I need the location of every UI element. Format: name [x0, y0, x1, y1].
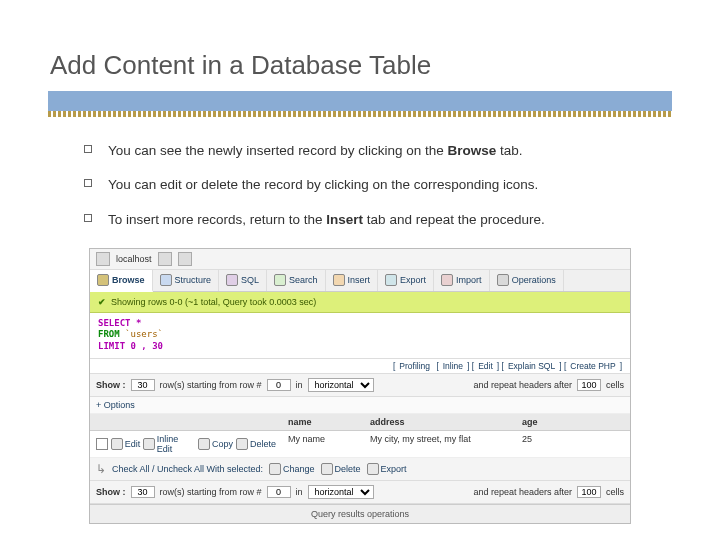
import-icon	[441, 274, 453, 286]
export-icon	[367, 463, 379, 475]
bulk-export[interactable]: Export	[367, 463, 407, 475]
rows-count-input[interactable]	[131, 486, 155, 498]
repeat-text: and repeat headers after	[473, 380, 572, 390]
insert-icon	[333, 274, 345, 286]
show-controls: Show : row(s) starting from row # in hor…	[90, 374, 630, 397]
pencil-icon	[111, 438, 123, 450]
start-row-input[interactable]	[267, 486, 291, 498]
status-text: Showing rows 0-0 (~1 total, Query took 0…	[111, 297, 316, 307]
bullet-item: To insert more records, return to the In…	[84, 210, 672, 230]
rows-count-input[interactable]	[131, 379, 155, 391]
link-profiling[interactable]: Profiling	[399, 361, 430, 371]
cell-name: My name	[282, 431, 364, 457]
link-edit[interactable]: Edit	[478, 361, 493, 371]
slide-title: Add Content in a Database Table	[50, 50, 672, 81]
bullet-list: You can see the newly inserted record by…	[48, 141, 672, 230]
tab-search[interactable]: Search	[267, 270, 326, 291]
table-row: Edit Inline Edit Copy Delete My name My …	[90, 431, 630, 458]
tab-insert[interactable]: Insert	[326, 270, 379, 291]
browse-icon	[97, 274, 109, 286]
repeat-headers-input[interactable]	[577, 379, 601, 391]
bullet-item: You can edit or delete the record by cli…	[84, 175, 672, 195]
link-php[interactable]: Create PHP	[570, 361, 615, 371]
table-icon	[178, 252, 192, 266]
row-delete[interactable]: Delete	[236, 438, 276, 450]
tab-sql[interactable]: SQL	[219, 270, 267, 291]
accent-bar	[48, 91, 672, 111]
show-controls-bottom: Show : row(s) starting from row # in hor…	[90, 481, 630, 504]
database-icon	[158, 252, 172, 266]
row-edit[interactable]: Edit	[111, 438, 141, 450]
link-inline[interactable]: Inline	[443, 361, 463, 371]
sql-action-links: [Profiling [Inline] [Edit] [Explain SQL]…	[90, 359, 630, 374]
tab-browse[interactable]: Browse	[90, 270, 153, 292]
delete-icon	[321, 463, 333, 475]
export-icon	[385, 274, 397, 286]
breadcrumb: localhost	[90, 249, 630, 270]
pencil-icon	[143, 438, 155, 450]
copy-icon	[198, 438, 210, 450]
query-results-footer: Query results operations	[90, 504, 630, 523]
show-label: Show :	[96, 380, 126, 390]
bulk-delete[interactable]: Delete	[321, 463, 361, 475]
mode-select[interactable]: horizontal	[308, 485, 374, 499]
options-toggle[interactable]: + Options	[90, 397, 630, 414]
tab-bar: Browse Structure SQL Search Insert Expor…	[90, 270, 630, 292]
server-icon	[96, 252, 110, 266]
divider-bars	[48, 91, 672, 117]
slide: Add Content in a Database Table You can …	[0, 0, 720, 540]
tab-structure[interactable]: Structure	[153, 270, 220, 291]
check-icon: ✔	[98, 297, 106, 307]
tab-import[interactable]: Import	[434, 270, 490, 291]
check-all-link[interactable]: Check All / Uncheck All With selected:	[112, 464, 263, 474]
cell-address: My city, my street, my flat	[364, 431, 516, 457]
sql-query: SELECT * FROM `users` LIMIT 0 , 30	[90, 313, 630, 359]
mode-select[interactable]: horizontal	[308, 378, 374, 392]
delete-icon	[236, 438, 248, 450]
rows-text: row(s) starting from row #	[160, 380, 262, 390]
tab-export[interactable]: Export	[378, 270, 434, 291]
col-age[interactable]: age	[516, 414, 568, 430]
breadcrumb-host: localhost	[116, 254, 152, 264]
col-actions	[90, 414, 282, 430]
phpmyadmin-screenshot: localhost Browse Structure SQL Search In…	[89, 248, 631, 524]
pencil-icon	[269, 463, 281, 475]
link-explain[interactable]: Explain SQL	[508, 361, 555, 371]
repeat-headers-input[interactable]	[577, 486, 601, 498]
tab-operations[interactable]: Operations	[490, 270, 564, 291]
bullet-item: You can see the newly inserted record by…	[84, 141, 672, 161]
cell-age: 25	[516, 431, 568, 457]
col-address[interactable]: address	[364, 414, 516, 430]
arrow-up-icon: ↳	[96, 462, 106, 476]
structure-icon	[160, 274, 172, 286]
row-inline-edit[interactable]: Inline Edit	[143, 434, 195, 454]
cells-text: cells	[606, 380, 624, 390]
row-checkbox[interactable]	[96, 438, 108, 450]
show-label: Show :	[96, 487, 126, 497]
sql-icon	[226, 274, 238, 286]
search-icon	[274, 274, 286, 286]
row-copy[interactable]: Copy	[198, 438, 233, 450]
check-all-row: ↳ Check All / Uncheck All With selected:…	[90, 458, 630, 481]
dotted-bar	[48, 111, 672, 117]
start-row-input[interactable]	[267, 379, 291, 391]
bulk-change[interactable]: Change	[269, 463, 315, 475]
table-header: name address age	[90, 414, 630, 431]
operations-icon	[497, 274, 509, 286]
col-name[interactable]: name	[282, 414, 364, 430]
status-bar: ✔ Showing rows 0-0 (~1 total, Query took…	[90, 292, 630, 313]
